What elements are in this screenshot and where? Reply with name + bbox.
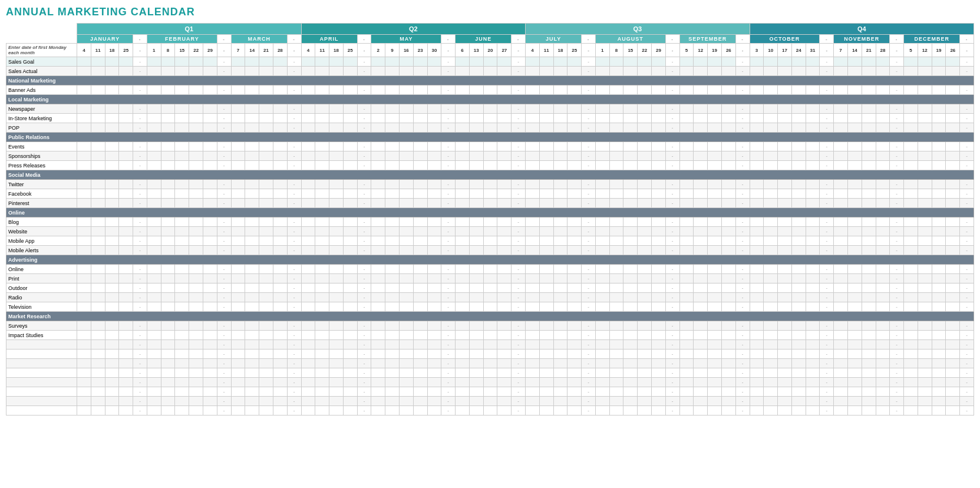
- day-number[interactable]: 20: [483, 44, 497, 57]
- data-cell[interactable]: [721, 359, 735, 368]
- data-cell[interactable]: [694, 293, 708, 302]
- data-cell[interactable]: [483, 406, 497, 416]
- data-cell[interactable]: [679, 265, 694, 274]
- data-cell[interactable]: [862, 227, 876, 236]
- data-cell[interactable]: [245, 151, 259, 161]
- data-cell[interactable]: [371, 378, 385, 387]
- data-cell[interactable]: [862, 340, 876, 349]
- data-cell[interactable]: [175, 331, 189, 340]
- day-number[interactable]: 12: [694, 44, 708, 57]
- data-cell[interactable]: [623, 142, 638, 151]
- data-cell[interactable]: [526, 378, 540, 387]
- data-cell[interactable]: [469, 236, 483, 246]
- data-cell[interactable]: [189, 246, 203, 255]
- data-cell[interactable]: [91, 321, 105, 331]
- data-cell[interactable]: [77, 378, 91, 387]
- data-cell[interactable]: [147, 340, 161, 349]
- data-cell[interactable]: [750, 227, 764, 236]
- data-cell[interactable]: [175, 340, 189, 349]
- data-cell[interactable]: [721, 217, 735, 227]
- data-cell[interactable]: [694, 340, 708, 349]
- data-cell[interactable]: [301, 57, 315, 67]
- data-cell[interactable]: [595, 161, 609, 170]
- data-cell[interactable]: [791, 293, 806, 302]
- data-cell[interactable]: [456, 199, 470, 208]
- data-cell[interactable]: [456, 331, 470, 340]
- data-cell[interactable]: [245, 217, 259, 227]
- data-cell[interactable]: [371, 151, 385, 161]
- data-cell[interactable]: [847, 227, 862, 236]
- data-cell[interactable]: [778, 142, 792, 151]
- data-cell[interactable]: [778, 340, 792, 349]
- data-cell[interactable]: [721, 387, 735, 397]
- data-cell[interactable]: [904, 236, 918, 246]
- data-cell[interactable]: [203, 283, 217, 293]
- data-cell[interactable]: [638, 104, 652, 114]
- data-cell[interactable]: [778, 123, 792, 133]
- data-cell[interactable]: [91, 340, 105, 349]
- data-cell[interactable]: [189, 368, 203, 378]
- data-cell[interactable]: [385, 349, 400, 359]
- data-cell[interactable]: [343, 331, 357, 340]
- data-cell[interactable]: [91, 246, 105, 255]
- data-cell[interactable]: [834, 104, 848, 114]
- data-cell[interactable]: [315, 359, 329, 368]
- data-cell[interactable]: [301, 349, 315, 359]
- data-cell[interactable]: [343, 123, 357, 133]
- data-cell[interactable]: [413, 340, 427, 349]
- data-cell[interactable]: [595, 57, 609, 67]
- data-cell[interactable]: [315, 57, 329, 67]
- data-cell[interactable]: [862, 67, 876, 76]
- data-cell[interactable]: [567, 302, 582, 312]
- data-cell[interactable]: [862, 199, 876, 208]
- data-cell[interactable]: [119, 265, 133, 274]
- data-cell[interactable]: [567, 104, 582, 114]
- data-cell[interactable]: [385, 161, 400, 170]
- data-cell[interactable]: [609, 293, 623, 302]
- data-cell[interactable]: [427, 387, 441, 397]
- data-cell[interactable]: [652, 293, 666, 302]
- data-cell[interactable]: [105, 331, 119, 340]
- data-cell[interactable]: [147, 368, 161, 378]
- data-cell[interactable]: [105, 123, 119, 133]
- data-cell[interactable]: [119, 123, 133, 133]
- data-cell[interactable]: [834, 180, 848, 189]
- data-cell[interactable]: [399, 123, 413, 133]
- data-cell[interactable]: [778, 104, 792, 114]
- data-cell[interactable]: [834, 57, 848, 67]
- data-cell[interactable]: [427, 246, 441, 255]
- data-cell[interactable]: [847, 340, 862, 349]
- data-cell[interactable]: [623, 331, 638, 340]
- data-cell[interactable]: [694, 349, 708, 359]
- data-cell[interactable]: [245, 302, 259, 312]
- data-cell[interactable]: [343, 387, 357, 397]
- data-cell[interactable]: [679, 274, 694, 283]
- data-cell[interactable]: [750, 189, 764, 199]
- data-cell[interactable]: [399, 331, 413, 340]
- data-cell[interactable]: [315, 161, 329, 170]
- data-cell[interactable]: [91, 189, 105, 199]
- data-cell[interactable]: [834, 114, 848, 123]
- data-cell[interactable]: [315, 180, 329, 189]
- data-cell[interactable]: [567, 236, 582, 246]
- data-cell[interactable]: [273, 331, 287, 340]
- data-cell[interactable]: [539, 283, 553, 293]
- data-cell[interactable]: [862, 283, 876, 293]
- data-cell[interactable]: [343, 85, 357, 95]
- data-cell[interactable]: [791, 283, 806, 293]
- data-cell[interactable]: [679, 189, 694, 199]
- data-cell[interactable]: [638, 397, 652, 406]
- data-cell[interactable]: [456, 349, 470, 359]
- data-cell[interactable]: [806, 406, 820, 416]
- data-cell[interactable]: [806, 114, 820, 123]
- data-cell[interactable]: [399, 114, 413, 123]
- data-cell[interactable]: [119, 349, 133, 359]
- data-cell[interactable]: [245, 368, 259, 378]
- day-number[interactable]: 17: [778, 44, 792, 57]
- data-cell[interactable]: [203, 199, 217, 208]
- data-cell[interactable]: [427, 293, 441, 302]
- data-cell[interactable]: [189, 321, 203, 331]
- data-cell[interactable]: [946, 378, 960, 387]
- data-cell[interactable]: [567, 321, 582, 331]
- data-cell[interactable]: [203, 85, 217, 95]
